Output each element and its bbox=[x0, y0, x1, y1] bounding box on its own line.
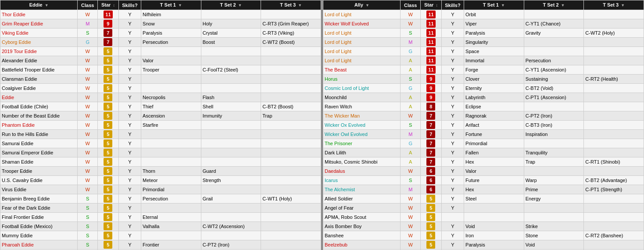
character-name[interactable]: Lord of Light bbox=[323, 47, 401, 56]
character-class: W bbox=[78, 167, 98, 176]
tset2-value: Grail bbox=[201, 194, 261, 204]
character-star: 5 bbox=[98, 240, 119, 250]
character-name[interactable]: Beelzebub bbox=[323, 240, 401, 250]
tset2-value: Sustaining bbox=[524, 75, 584, 84]
character-name[interactable]: Cosmic Lord of Light bbox=[323, 84, 401, 93]
tset2-value bbox=[201, 10, 261, 19]
character-name[interactable]: The Wicker Man bbox=[323, 111, 401, 121]
character-name[interactable]: Moonchild bbox=[323, 93, 401, 102]
ally-tset1-col-header[interactable]: T Set 1 ▼ bbox=[464, 0, 524, 10]
character-name[interactable]: Lord of Light bbox=[323, 56, 401, 65]
tset1-col-header[interactable]: T Set 1 ▼ bbox=[141, 0, 201, 10]
character-name[interactable]: Axis Bomber Boy bbox=[323, 222, 401, 231]
character-name[interactable]: Wicker Wolf Evolved bbox=[323, 19, 401, 29]
character-name[interactable]: Allied Soldier bbox=[323, 194, 401, 204]
tset3-value: C-RT2 (Health) bbox=[584, 75, 644, 84]
character-name[interactable]: The Beast bbox=[323, 65, 401, 75]
character-name[interactable]: Benjamin Breeg Eddie bbox=[0, 194, 78, 204]
star-col-header[interactable]: Star ↕ bbox=[98, 0, 119, 10]
tset1-value: Immortal bbox=[464, 56, 524, 65]
character-skills: Y bbox=[118, 139, 141, 148]
character-name[interactable]: Samurai Emperor Eddie bbox=[0, 148, 78, 157]
character-star: 5 bbox=[98, 148, 119, 157]
character-class: S bbox=[78, 194, 98, 204]
character-name[interactable]: Final Frontier Eddie bbox=[0, 213, 78, 222]
tset2-col-header[interactable]: T Set 2 ▼ bbox=[201, 0, 261, 10]
character-name[interactable]: Lord of Light bbox=[323, 29, 401, 38]
character-name[interactable]: Wicker Ox Evolved bbox=[323, 121, 401, 130]
class-col-header[interactable]: Class bbox=[78, 0, 98, 10]
character-name[interactable]: Alexander Eddie bbox=[0, 56, 78, 65]
main-container: Eddie ▼ Class Star ↕ Skills? T Set 1 bbox=[0, 0, 644, 250]
character-name[interactable]: Lord of Light bbox=[323, 38, 401, 47]
eddie-table-section: Eddie ▼ Class Star ↕ Skills? T Set 1 bbox=[0, 0, 321, 250]
tset2-value bbox=[524, 204, 584, 213]
character-name[interactable]: Fear of the Dark Eddie bbox=[0, 204, 78, 213]
character-name[interactable]: Eddie bbox=[0, 93, 78, 102]
character-name[interactable]: Football Eddie (Mexico) bbox=[0, 222, 78, 231]
character-name[interactable]: Dark Lilith bbox=[323, 148, 401, 157]
character-name[interactable]: Banshee bbox=[323, 231, 401, 240]
skills-col-header[interactable]: Skills? bbox=[118, 0, 141, 10]
character-name[interactable]: Cyborg Eddie bbox=[0, 38, 78, 47]
eddie-col-header[interactable]: Eddie ▼ bbox=[0, 0, 78, 10]
character-skills: Y bbox=[441, 102, 464, 111]
character-skills: Y bbox=[118, 121, 141, 130]
character-name[interactable]: APMA, Robo Scout bbox=[323, 213, 401, 222]
ally-class-col-header[interactable]: Class bbox=[401, 0, 421, 10]
ally-skills-col-header[interactable]: Skills? bbox=[441, 0, 464, 10]
character-name[interactable]: Icarus bbox=[323, 176, 401, 185]
character-name[interactable]: Viking Eddie bbox=[0, 29, 78, 38]
tset3-value: Trap bbox=[261, 111, 321, 121]
character-name[interactable]: Wicker Owl Evolved bbox=[323, 130, 401, 139]
character-skills: Y bbox=[441, 139, 464, 148]
tset2-value bbox=[201, 130, 261, 139]
table-row: Samurai EddieW5Y bbox=[0, 139, 321, 148]
tset3-col-header[interactable]: T Set 3 ▼ bbox=[261, 0, 321, 10]
character-name[interactable]: Trooper Eddie bbox=[0, 167, 78, 176]
table-row: Pharoah EddieS5YFrontierC-PT2 (Iron) bbox=[0, 240, 321, 250]
table-row: Thor EddieW11YNifhileim bbox=[0, 10, 321, 19]
character-name[interactable]: Mitsuko, Cosmic Shinobi bbox=[323, 157, 401, 167]
character-class: A bbox=[401, 56, 421, 65]
character-name[interactable]: Coalgiver Eddie bbox=[0, 84, 78, 93]
character-name[interactable]: U.S. Cavalry Eddie bbox=[0, 176, 78, 185]
character-skills: Y bbox=[441, 222, 464, 231]
tset3-value bbox=[261, 130, 321, 139]
character-name[interactable]: Grim Reaper Eddie bbox=[0, 19, 78, 29]
ally-tset2-col-header[interactable]: T Set 2 ▼ bbox=[524, 0, 584, 10]
character-name[interactable]: Football Eddie (Chile) bbox=[0, 102, 78, 111]
ally-tset3-col-header[interactable]: T Set 3 ▼ bbox=[584, 0, 644, 10]
table-row: Lord of LightS11YParalysisGravityC-WT2 (… bbox=[323, 29, 644, 38]
character-star: 5 bbox=[421, 222, 442, 231]
character-name[interactable]: Shaman Eddie bbox=[0, 157, 78, 167]
character-name[interactable]: Horus bbox=[323, 75, 401, 84]
character-name[interactable]: 2019 Tour Eddie bbox=[0, 47, 78, 56]
character-name[interactable]: Angel of Fear bbox=[323, 204, 401, 213]
sort-arrow-tset1: ▼ bbox=[178, 3, 182, 7]
tset1-value: Persecution bbox=[141, 38, 201, 47]
ally-star-col-header[interactable]: Star ↕ bbox=[421, 0, 442, 10]
character-name[interactable]: Lord of Light bbox=[323, 10, 401, 19]
character-name[interactable]: Clansman Eddie bbox=[0, 75, 78, 84]
character-name[interactable]: The Alchemist bbox=[323, 185, 401, 194]
character-name[interactable]: Battlefield Trooper Eddie bbox=[0, 65, 78, 75]
character-name[interactable]: Phantom Eddie bbox=[0, 121, 78, 130]
character-name[interactable]: The Prisoner bbox=[323, 139, 401, 148]
character-name[interactable]: Mummy Eddie bbox=[0, 231, 78, 240]
ally-col-header[interactable]: Ally ▼ bbox=[323, 0, 401, 10]
character-name[interactable]: Run to the Hills Eddie bbox=[0, 130, 78, 139]
table-row: Lord of LightG11YSpace bbox=[323, 47, 644, 56]
character-name[interactable]: Raven Witch bbox=[323, 102, 401, 111]
character-name[interactable]: Samurai Eddie bbox=[0, 139, 78, 148]
character-name[interactable]: Daedalus bbox=[323, 167, 401, 176]
character-name[interactable]: Number of the Beast Eddie bbox=[0, 111, 78, 121]
character-star: 11 bbox=[421, 29, 442, 38]
tset2-value: C-PT2 (Iron) bbox=[201, 240, 261, 250]
tset2-value: Crystal bbox=[201, 29, 261, 38]
character-class: A bbox=[401, 65, 421, 75]
character-name[interactable]: Virus Eddie bbox=[0, 185, 78, 194]
tset3-value bbox=[584, 84, 644, 93]
character-name[interactable]: Pharoah Eddie bbox=[0, 240, 78, 250]
character-name[interactable]: Thor Eddie bbox=[0, 10, 78, 19]
